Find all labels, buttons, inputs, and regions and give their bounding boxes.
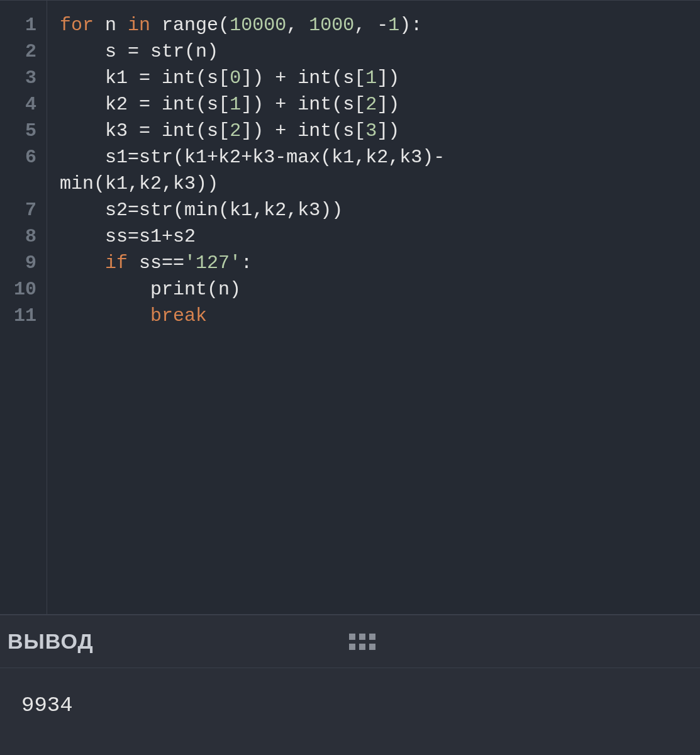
line-number: 4 [0,91,36,118]
code-line[interactable]: s = str(n) [60,38,445,65]
code-line[interactable]: k1 = int(s[0]) + int(s[1]) [60,65,445,91]
code-line[interactable]: for n in range(10000, 1000, -1): [60,12,445,38]
output-header: ВЫВОД [0,615,700,668]
code-line[interactable]: break [60,303,445,329]
output-panel: ВЫВОД 9934 [0,614,700,755]
line-number-gutter: 123456 7891011 [0,1,47,614]
line-number: 7 [0,197,36,223]
line-number: 9 [0,250,36,276]
output-title: ВЫВОД [8,629,94,654]
code-line[interactable]: s1=str(k1+k2+k3-max(k1,k2,k3)- min(k1,k2… [60,144,445,197]
output-result: 9934 [21,693,73,717]
line-number: 2 [0,38,36,65]
output-body: 9934 [0,668,700,755]
code-editor[interactable]: for n in range(10000, 1000, -1): s = str… [47,1,445,614]
line-number: 1 [0,12,36,38]
code-line[interactable]: if ss=='127': [60,250,445,276]
line-number: 3 [0,65,36,91]
line-number: 5 [0,118,36,144]
line-number: 8 [0,223,36,250]
line-number: 10 [0,276,36,303]
code-line[interactable]: k2 = int(s[1]) + int(s[2]) [60,91,445,118]
editor-area: 123456 7891011 for n in range(10000, 100… [0,0,700,614]
line-number: 11 [0,303,36,329]
code-line[interactable]: ss=s1+s2 [60,223,445,250]
line-number: 6 [0,144,36,171]
drag-handle-icon[interactable] [349,634,375,650]
code-line[interactable]: k3 = int(s[2]) + int(s[3]) [60,118,445,144]
code-line[interactable]: s2=str(min(k1,k2,k3)) [60,197,445,223]
code-line[interactable]: print(n) [60,276,445,303]
